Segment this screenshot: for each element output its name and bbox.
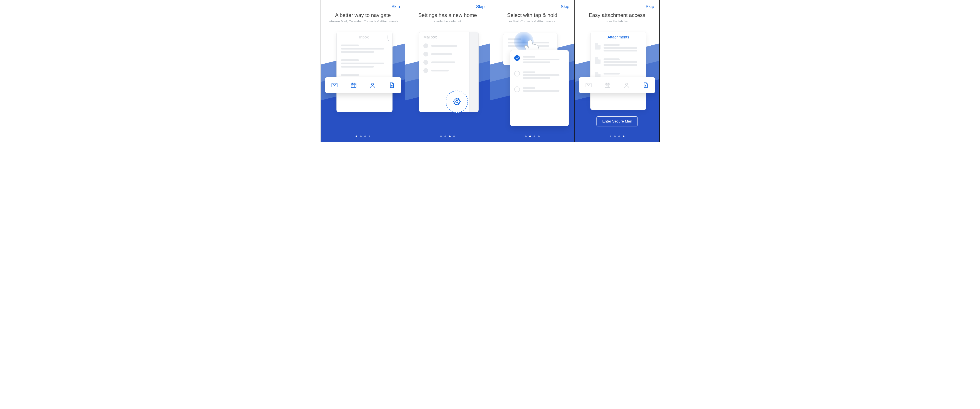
svg-point-3 (371, 83, 374, 86)
card-title: Inbox (340, 35, 388, 40)
list-item[interactable] (514, 55, 565, 64)
tap-ripple (514, 32, 534, 51)
onboarding-screen-1: Skip A better way to navigate between Ma… (321, 0, 406, 142)
svg-text:19: 19 (606, 85, 609, 87)
onboarding-row: Skip A better way to navigate between Ma… (321, 0, 660, 142)
card-title: Attachments (590, 32, 646, 41)
page-indicator (525, 136, 540, 137)
checkbox-empty-icon[interactable] (514, 71, 520, 76)
page-indicator (610, 136, 624, 137)
preview-card-inbox: Inbox (336, 32, 393, 112)
list-item[interactable] (514, 70, 565, 80)
file-image-icon (595, 57, 601, 64)
mail-icon[interactable] (331, 82, 338, 89)
calendar-icon[interactable]: 19 (350, 82, 357, 89)
enter-secure-mail-button[interactable]: Enter Secure Mail (597, 116, 638, 127)
tab-bar: 19 (579, 77, 655, 93)
contacts-icon[interactable] (369, 82, 376, 89)
attachments-icon[interactable] (642, 82, 649, 89)
screen-title: Select with tap & hold (490, 12, 575, 18)
attachment-row (590, 41, 646, 55)
calendar-icon[interactable]: 19 (604, 82, 611, 89)
onboarding-screen-4: Skip Easy attachment access from the tab… (575, 0, 659, 142)
attachments-icon[interactable] (388, 82, 395, 89)
file-pdf-icon (595, 43, 601, 49)
onboarding-screen-3: Skip Select with tap & hold in Mail, Con… (490, 0, 575, 142)
skip-button[interactable]: Skip (391, 4, 400, 9)
svg-point-8 (625, 83, 628, 86)
screen-subtitle: in Mail, Contacts & Attachments (490, 19, 575, 23)
screen-subtitle: between Mail, Calendar, Contacts & Attac… (321, 19, 405, 23)
screen-title: Easy attachment access (575, 12, 659, 18)
checkbox-empty-icon[interactable] (514, 86, 520, 92)
onboarding-screen-2: Skip Settings has a new home inside the … (405, 0, 490, 142)
svg-point-4 (456, 101, 458, 103)
attachment-row (590, 55, 646, 70)
svg-text:19: 19 (352, 85, 355, 87)
search-icon (388, 35, 388, 40)
preview-card-attachments: Attachments (590, 32, 646, 110)
skip-button[interactable]: Skip (646, 4, 654, 9)
list-item[interactable] (514, 86, 565, 93)
screen-subtitle: from the tab bar (575, 19, 659, 23)
page-indicator (440, 136, 455, 137)
selection-popup (510, 50, 569, 126)
contacts-icon[interactable] (623, 82, 630, 89)
page-indicator (356, 136, 370, 137)
skip-button[interactable]: Skip (561, 4, 569, 9)
skip-button[interactable]: Skip (476, 4, 485, 9)
card-title: Mailbox (423, 35, 474, 40)
slide-out-strip (469, 32, 478, 112)
mail-icon[interactable] (585, 82, 592, 89)
screen-subtitle: inside the slide out (405, 19, 490, 23)
tab-bar: 19 (325, 77, 401, 93)
screen-title: Settings has a new home (405, 12, 490, 18)
settings-icon[interactable] (446, 90, 468, 113)
screen-title: A better way to navigate (321, 12, 405, 18)
checkbox-checked-icon[interactable] (514, 55, 520, 61)
